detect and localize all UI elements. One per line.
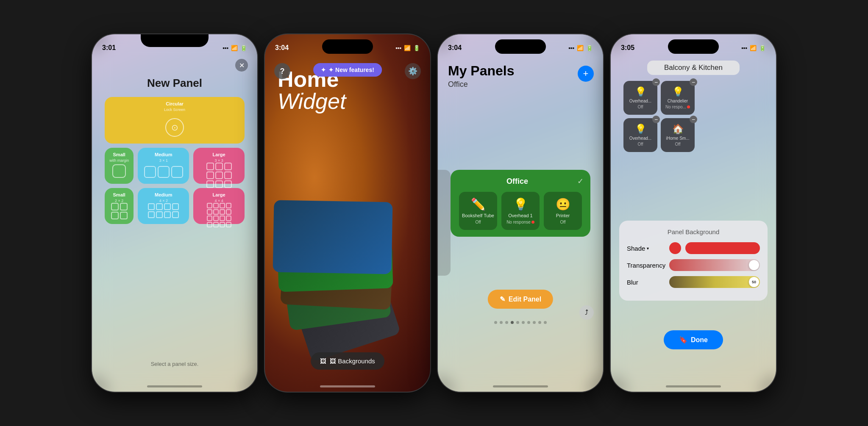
- home-indicator-phone4: [666, 385, 721, 387]
- shade-slider[interactable]: [685, 242, 760, 254]
- backgrounds-label: 🖼 Backgrounds: [330, 357, 375, 365]
- share-button[interactable]: ⤴: [579, 305, 594, 320]
- shade-label: Shade ▾: [627, 245, 665, 252]
- panel-name: Office: [457, 177, 577, 186]
- widget-icon-overhead-1: 💡: [635, 86, 646, 97]
- blur-slider-fill: [669, 276, 760, 288]
- widget-ihome[interactable]: − 🏠 iHome Sm... Off: [661, 118, 695, 152]
- blur-slider[interactable]: 50: [669, 276, 760, 288]
- share-icon: ⤴: [579, 305, 594, 320]
- panel-option-large-3x3[interactable]: Large 3 × 3: [193, 148, 245, 184]
- panel-option-medium-3x1[interactable]: Medium 3 × 1: [138, 148, 189, 184]
- panel-sub-medium-3x1: 3 × 1: [159, 158, 168, 163]
- backgrounds-icon: 🖼: [320, 357, 326, 365]
- dot-8: [538, 321, 541, 324]
- remove-widget-overhead-1[interactable]: −: [652, 78, 660, 86]
- close-button[interactable]: ✕: [235, 59, 248, 72]
- phone-4: 3:05 ▪▪▪ 📶 🔋 Balcony & Kitchen − 💡 Overh…: [611, 34, 776, 392]
- remove-widget-overhead-2[interactable]: −: [652, 116, 660, 123]
- blur-value: 50: [752, 280, 756, 284]
- signal-icon-3: ▪▪▪: [568, 45, 574, 51]
- status-icons-phone2: ▪▪▪ 📶 🔋: [395, 45, 420, 51]
- shade-chevron-icon: ▾: [647, 246, 649, 251]
- overhead-icon: 💡: [513, 197, 528, 211]
- widget-status-ihome: Off: [675, 142, 680, 147]
- panel-option-large-4x4[interactable]: Large 4 × 4: [193, 188, 245, 224]
- panel-sub-small-2x2: 2 × 2: [115, 199, 123, 203]
- done-icon: 🔖: [679, 336, 687, 344]
- device-bookshelf-tube[interactable]: ✏️ Bookshelf Tube Off: [459, 192, 497, 230]
- time-phone4: 3:05: [621, 44, 634, 52]
- panel-option-circular[interactable]: Circular Lock Screen ⊙: [105, 97, 245, 144]
- panel-background-card: Panel Background Shade ▾ Transparency: [619, 221, 768, 301]
- device-printer[interactable]: 😐 Printer Off: [544, 192, 582, 230]
- dot-5: [522, 321, 525, 324]
- wifi-icon-4: 📶: [750, 45, 757, 51]
- widget-status-overhead-2: Off: [637, 142, 643, 147]
- dynamic-island-phone2: [322, 39, 373, 54]
- panel-option-small-margin[interactable]: Small with margin: [105, 148, 134, 184]
- blur-slider-thumb[interactable]: 50: [749, 277, 759, 287]
- shade-text: Shade: [627, 245, 645, 252]
- balcony-kitchen-label: Balcony & Kitchen: [647, 61, 740, 75]
- widget-chandelier[interactable]: − 💡 Chandelier No respo...: [661, 81, 695, 115]
- edit-panel-button[interactable]: ✎ Edit Panel: [488, 290, 553, 309]
- home-indicator-phone1: [147, 385, 202, 387]
- status-icons-phone3: ▪▪▪ 📶 🔋: [568, 45, 593, 51]
- widget-overhead-2[interactable]: − 💡 Overhead... Off: [623, 118, 657, 152]
- panel-size-grid: Circular Lock Screen ⊙ Small with margin: [105, 97, 245, 228]
- device-name-overhead: Overhead 1: [508, 213, 532, 218]
- widget-overhead-1[interactable]: − 💡 Overhead... Off: [623, 81, 657, 115]
- gear-button[interactable]: ⚙️: [405, 63, 421, 79]
- transparency-slider[interactable]: [669, 259, 760, 271]
- dynamic-island-phone3: [495, 39, 546, 54]
- dot-9: [544, 321, 547, 324]
- sparkle-icon: ✦: [321, 66, 326, 73]
- panel-label-large-4x4: Large: [213, 192, 225, 198]
- transparency-slider-thumb[interactable]: [749, 260, 759, 270]
- done-label: Done: [691, 336, 708, 344]
- widget-stack: Home At Office 1 80% 72.1° 54% Office Wo…: [273, 197, 430, 341]
- status-icons-phone1: ▪▪▪ 📶 🔋: [223, 45, 247, 51]
- dynamic-island-phone4: [668, 39, 719, 54]
- office-panel-card[interactable]: Office ✓ ✏️ Bookshelf Tube Off 💡 Overhea…: [451, 170, 590, 237]
- shade-color-picker[interactable]: [669, 242, 681, 254]
- question-button[interactable]: ?: [274, 63, 290, 79]
- time-phone1: 3:01: [102, 44, 116, 52]
- widget-name-overhead-1: Overhead...: [629, 99, 651, 103]
- circular-preview-icon: ⊙: [171, 122, 178, 133]
- add-panel-button[interactable]: +: [578, 66, 594, 82]
- transparency-label: Transparency: [627, 262, 665, 269]
- done-button[interactable]: 🔖 Done: [664, 330, 723, 349]
- transparency-slider-fill: [669, 259, 760, 271]
- device-overhead1[interactable]: 💡 Overhead 1 No response: [501, 192, 540, 230]
- widget-card-top: [273, 200, 393, 274]
- remove-widget-chandelier[interactable]: −: [690, 78, 697, 86]
- shade-row: Shade ▾: [627, 242, 760, 254]
- home-title-light: Widget: [278, 90, 346, 112]
- new-panel-title: New Panel: [92, 77, 257, 90]
- grid-row-1: Small with margin Medium 3 × 1: [105, 148, 245, 184]
- panel-label-small-margin: Small: [113, 152, 125, 158]
- devices-list: ✏️ Bookshelf Tube Off 💡 Overhead 1 No re…: [457, 192, 584, 230]
- new-features-button[interactable]: ✦ ✦ New features!: [313, 63, 382, 77]
- widget-name-ihome: iHome Sm...: [666, 136, 689, 141]
- plus-icon: +: [583, 68, 589, 79]
- my-panels-subtitle: Office: [448, 80, 468, 89]
- panel-option-small-2x2[interactable]: Small 2 × 2: [105, 188, 134, 224]
- panel-header: Office ✓: [457, 177, 584, 186]
- remove-widget-ihome[interactable]: −: [690, 116, 697, 123]
- dot-4: [516, 321, 519, 324]
- time-phone3: 3:04: [448, 44, 462, 52]
- edit-panel-label: Edit Panel: [509, 296, 541, 303]
- panel-label-medium-3x1: Medium: [155, 152, 172, 158]
- panel-option-medium-4x2[interactable]: Medium 4 × 2: [138, 188, 189, 224]
- widget-icon-chandelier: 💡: [672, 86, 684, 97]
- device-name-bookshelf: Bookshelf Tube: [462, 213, 494, 218]
- device-status-bookshelf: Off: [475, 220, 481, 224]
- panel-sub-large-4x4: 4 × 4: [214, 199, 223, 203]
- device-name-printer: Printer: [556, 213, 570, 218]
- widget-icon-overhead-2: 💡: [635, 124, 646, 135]
- widget-status-overhead-1: Off: [637, 105, 643, 109]
- backgrounds-button[interactable]: 🖼 🖼 Backgrounds: [311, 352, 384, 370]
